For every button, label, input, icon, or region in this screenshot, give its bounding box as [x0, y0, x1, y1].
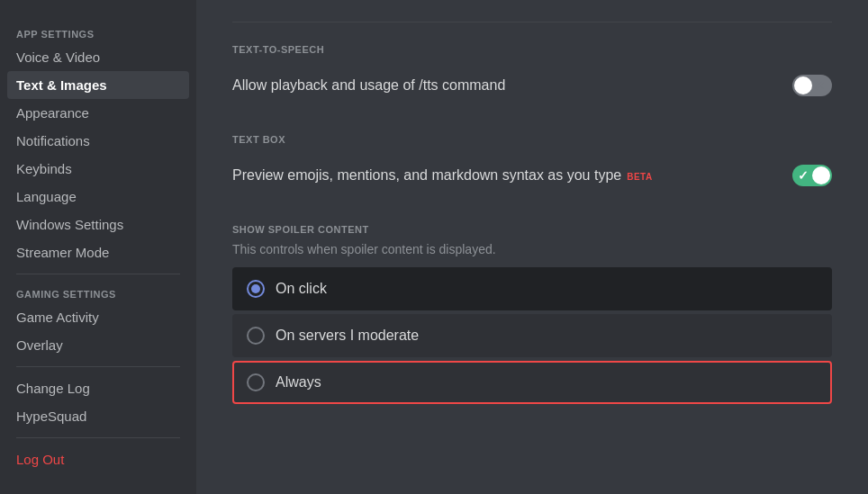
sidebar-item-keybinds[interactable]: Keybinds	[7, 155, 189, 183]
sidebar-item-streamer-mode[interactable]: Streamer Mode	[7, 238, 189, 266]
sidebar-item-hypesquad[interactable]: HypeSquad	[7, 402, 189, 430]
sidebar: APP SETTINGS Voice & Video Text & Images…	[0, 0, 196, 494]
textbox-toggle-knob	[812, 166, 830, 184]
sidebar-item-appearance[interactable]: Appearance	[7, 99, 189, 127]
app-settings-label: APP SETTINGS	[7, 22, 189, 43]
spoiler-section-label: SHOW SPOILER CONTENT	[232, 224, 832, 235]
spoiler-description: This controls when spoiler content is di…	[232, 242, 832, 256]
gaming-settings-label: GAMING SETTINGS	[7, 282, 189, 303]
radio-label-always: Always	[276, 374, 321, 391]
textbox-toggle-check-icon: ✓	[798, 168, 809, 183]
radio-label-on-click: On click	[276, 281, 327, 297]
sidebar-divider-3	[16, 437, 180, 438]
tts-toggle-knob	[794, 76, 812, 94]
tts-toggle[interactable]: ✕	[792, 75, 832, 96]
radio-option-on-click[interactable]: On click	[232, 267, 832, 310]
radio-circle-on-click	[247, 280, 265, 298]
sidebar-item-voice-video[interactable]: Voice & Video	[7, 43, 189, 71]
textbox-setting-row: Preview emojis, mentions, and markdown s…	[232, 152, 832, 199]
sidebar-item-game-activity[interactable]: Game Activity	[7, 303, 189, 331]
tts-section-label: TEXT-TO-SPEECH	[232, 44, 832, 55]
sidebar-item-windows-settings[interactable]: Windows Settings	[7, 211, 189, 238]
radio-circle-always	[247, 373, 265, 391]
radio-circle-on-servers	[247, 327, 265, 345]
tts-section: TEXT-TO-SPEECH Allow playback and usage …	[232, 44, 832, 109]
main-content: TEXT-TO-SPEECH Allow playback and usage …	[196, 0, 868, 494]
sidebar-item-notifications[interactable]: Notifications	[7, 127, 189, 155]
tts-setting-text: Allow playback and usage of /tts command	[232, 77, 792, 94]
sidebar-divider-2	[16, 366, 180, 367]
radio-option-on-servers[interactable]: On servers I moderate	[232, 314, 832, 357]
tts-toggle-x-icon: ✕	[814, 78, 825, 93]
top-divider	[232, 22, 832, 22]
sidebar-item-change-log[interactable]: Change Log	[7, 374, 189, 402]
textbox-section-label: TEXT BOX	[232, 134, 832, 145]
textbox-setting-text: Preview emojis, mentions, and markdown s…	[232, 167, 792, 184]
sidebar-item-language[interactable]: Language	[7, 183, 189, 211]
spoiler-section: SHOW SPOILER CONTENT This controls when …	[232, 224, 832, 404]
radio-label-on-servers: On servers I moderate	[276, 328, 419, 344]
sidebar-divider-1	[16, 274, 180, 274]
sidebar-item-text-images[interactable]: Text & Images	[7, 71, 189, 99]
tts-setting-row: Allow playback and usage of /tts command…	[232, 62, 832, 109]
textbox-toggle[interactable]: ✓	[792, 165, 832, 186]
textbox-section: TEXT BOX Preview emojis, mentions, and m…	[232, 134, 832, 199]
radio-option-always[interactable]: Always	[232, 361, 832, 404]
sidebar-item-overlay[interactable]: Overlay	[7, 331, 189, 359]
beta-badge: BETA	[627, 172, 652, 182]
logout-button[interactable]: Log Out	[7, 445, 189, 473]
